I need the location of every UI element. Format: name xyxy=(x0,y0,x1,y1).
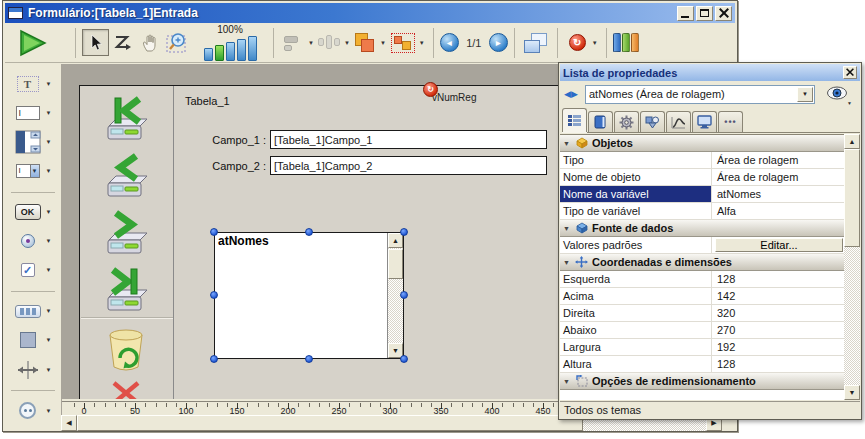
group-button[interactable] xyxy=(388,29,418,56)
property-value[interactable]: Área de rolagem xyxy=(712,169,846,185)
section-header-redimensionamento[interactable]: ▼ Opções de redimensionamento xyxy=(560,373,846,390)
field-label[interactable]: Campo_2 : xyxy=(198,160,266,172)
listbox-tool[interactable]: ▼ xyxy=(13,131,54,152)
palette-titlebar[interactable]: Lista de propriedades xyxy=(560,64,860,81)
selection-handle[interactable] xyxy=(305,355,313,363)
tab-display[interactable] xyxy=(692,111,717,132)
eye-dropdown-icon[interactable]: ▼ xyxy=(847,100,852,106)
zoom-bar-50[interactable] xyxy=(204,48,213,61)
form-pages-button[interactable] xyxy=(521,29,551,56)
collapse-triangle-icon[interactable]: ▼ xyxy=(563,378,571,385)
checkbox-tool-dropdown-icon[interactable]: ▼ xyxy=(46,267,52,273)
property-grid-scrollbar[interactable]: ▲ ▼ xyxy=(844,134,860,400)
scroll-down-icon[interactable]: ▼ xyxy=(844,385,860,400)
property-row-valores-padroes[interactable]: Valores padrões Editar... xyxy=(560,237,846,254)
distribute-button[interactable] xyxy=(316,29,343,56)
first-record-button[interactable] xyxy=(102,94,150,146)
entry-order-tool-button[interactable] xyxy=(109,29,136,56)
zoom-bar-800[interactable] xyxy=(248,36,257,61)
palette-statusbar[interactable]: Todos os temas xyxy=(560,401,860,418)
scrollbar-thumb[interactable] xyxy=(844,149,860,247)
property-row-tipo[interactable]: Tipo Área de rolagem xyxy=(560,152,846,169)
form-table-title[interactable]: Tabela_1 xyxy=(185,95,230,107)
section-header-coordenadas[interactable]: ▼ Coordenadas e dimensões xyxy=(560,254,846,271)
selection-handle[interactable] xyxy=(400,355,408,363)
combo-dropdown-icon[interactable]: ▼ xyxy=(797,87,813,102)
scrollbar-thumb[interactable] xyxy=(388,249,403,279)
run-form-button[interactable] xyxy=(13,27,53,59)
hscrollbar-thumb[interactable] xyxy=(77,415,583,431)
previous-record-button[interactable] xyxy=(102,151,150,203)
checkbox-tool[interactable]: ✓ ▼ xyxy=(13,260,54,281)
zoom-bar-400[interactable] xyxy=(237,39,246,61)
minimize-button[interactable] xyxy=(677,6,694,21)
badges-dropdown-icon[interactable]: ▼ xyxy=(592,40,598,46)
selection-handle[interactable] xyxy=(210,355,218,363)
scroll-left-icon[interactable]: ◀ xyxy=(61,415,77,431)
radio-tool-dropdown-icon[interactable]: ▼ xyxy=(46,238,52,244)
variable-marker[interactable]: vNumReg xyxy=(432,92,476,103)
button-grid-dropdown-icon[interactable]: ▼ xyxy=(46,308,52,314)
display-options-button[interactable]: ▼ xyxy=(826,85,850,103)
input-tool[interactable]: I ▼ xyxy=(13,102,54,123)
combobox-tool[interactable]: I▼ ▼ xyxy=(13,160,54,181)
property-row-nome-objeto[interactable]: Nome de objeto Área de rolagem xyxy=(560,169,846,186)
property-row-tipo-variavel[interactable]: Tipo de variável Alfa xyxy=(560,203,846,220)
property-value[interactable]: 128 xyxy=(712,356,846,372)
rectangle-tool[interactable]: ▼ xyxy=(13,330,54,351)
zoom-control[interactable]: 100% xyxy=(195,25,265,61)
delete-record-button[interactable] xyxy=(102,324,150,374)
palette-close-button[interactable] xyxy=(843,66,857,79)
align-dropdown-icon[interactable]: ▼ xyxy=(308,40,314,46)
distribute-dropdown-icon[interactable]: ▼ xyxy=(344,40,350,46)
property-row-acima[interactable]: Acima 142 xyxy=(560,288,846,305)
scroll-up-icon[interactable]: ▲ xyxy=(844,134,860,149)
section-header-fonte-de-dados[interactable]: ▼ Fonte de dados xyxy=(560,220,846,237)
button-tool[interactable]: OK ▼ xyxy=(13,201,54,222)
previous-page-button[interactable]: ◂ xyxy=(440,33,459,52)
splitter-tool-dropdown-icon[interactable]: ▼ xyxy=(46,367,52,373)
edit-default-values-button[interactable]: Editar... xyxy=(715,238,843,252)
text-tool[interactable]: T ▼ xyxy=(13,73,54,94)
text-tool-dropdown-icon[interactable]: ▼ xyxy=(46,81,52,87)
collapse-triangle-icon[interactable]: ▼ xyxy=(563,140,571,147)
cancel-button[interactable] xyxy=(102,378,150,399)
collapse-triangle-icon[interactable]: ▼ xyxy=(563,259,571,266)
property-value[interactable]: 192 xyxy=(712,339,846,355)
property-row-direita[interactable]: Direita 320 xyxy=(560,305,846,322)
property-value[interactable]: atNomes xyxy=(712,186,846,202)
splitter-tool[interactable]: ▼ xyxy=(13,359,54,380)
hand-tool-button[interactable] xyxy=(136,29,163,56)
selection-handle[interactable] xyxy=(305,228,313,236)
tab-more[interactable]: ••• xyxy=(718,111,743,132)
zoom-bars[interactable] xyxy=(195,35,265,61)
property-row-nome-variavel[interactable]: Nome da variável atNomes xyxy=(560,186,846,203)
next-page-button[interactable]: ▸ xyxy=(489,33,508,52)
object-prev-next-icon[interactable]: ◀▶ xyxy=(564,89,582,99)
radio-tool[interactable]: ▼ xyxy=(13,231,54,252)
property-row-abaixo[interactable]: Abaixo 270 xyxy=(560,322,846,339)
next-record-button[interactable] xyxy=(102,208,150,260)
listbox-tool-dropdown-icon[interactable]: ▼ xyxy=(46,139,52,145)
last-record-button[interactable] xyxy=(102,265,150,317)
badges-button[interactable]: ↻ xyxy=(564,29,591,56)
scroll-area-object[interactable]: atNomes ▲ ▼ xyxy=(214,232,404,359)
layering-button[interactable] xyxy=(352,29,379,56)
maximize-button[interactable] xyxy=(696,6,713,21)
tab-action[interactable] xyxy=(614,111,639,132)
plugin-area-dropdown-icon[interactable]: ▼ xyxy=(46,408,52,414)
layering-dropdown-icon[interactable]: ▼ xyxy=(380,40,386,46)
collapse-triangle-icon[interactable]: ▼ xyxy=(563,225,571,232)
button-tool-dropdown-icon[interactable]: ▼ xyxy=(46,209,52,215)
selection-handle[interactable] xyxy=(400,291,408,299)
property-value[interactable]: Alfa xyxy=(712,203,846,219)
property-value[interactable]: 142 xyxy=(712,288,846,304)
tab-data[interactable] xyxy=(588,111,613,132)
plugin-area-tool[interactable]: ▼ xyxy=(13,400,54,421)
property-row-largura[interactable]: Largura 192 xyxy=(560,339,846,356)
button-grid-tool[interactable]: ▼ xyxy=(13,301,54,322)
input-tool-dropdown-icon[interactable]: ▼ xyxy=(46,110,52,116)
library-button[interactable] xyxy=(613,33,639,52)
tab-objects[interactable] xyxy=(562,108,587,132)
pointer-tool-button[interactable] xyxy=(82,29,109,56)
